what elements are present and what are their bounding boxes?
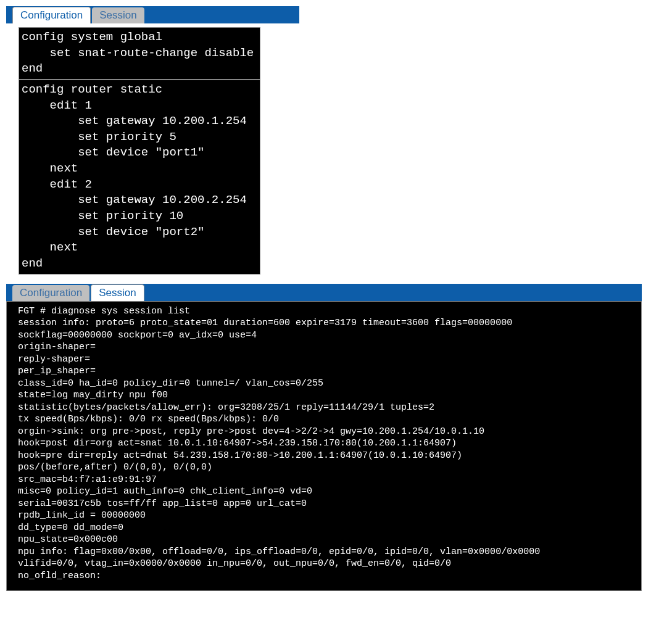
session-output: FGT # diagnose sys session list session … — [6, 301, 642, 592]
panel-configuration: Configuration Session config system glob… — [6, 6, 672, 275]
tab-session[interactable]: Session — [92, 7, 144, 23]
tab-configuration[interactable]: Configuration — [12, 7, 91, 23]
config-router-static-block: config router static edit 1 set gateway … — [19, 80, 260, 275]
tab-bar-1: Configuration Session — [6, 6, 299, 23]
tab-session[interactable]: Session — [91, 284, 144, 301]
config-snat-block: config system global set snat-route-chan… — [19, 27, 260, 80]
panel-session: Configuration Session FGT # diagnose sys… — [6, 284, 642, 592]
tab-bar-2: Configuration Session — [6, 284, 642, 301]
tab-configuration[interactable]: Configuration — [12, 285, 89, 301]
config-block: config system global set snat-route-chan… — [19, 27, 260, 275]
